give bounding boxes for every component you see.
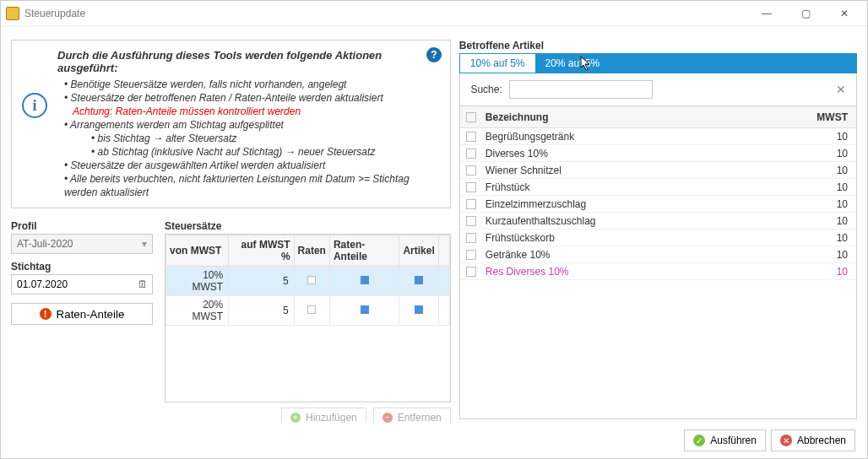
article-row[interactable]: Begrüßungsgetränk10 [460, 128, 856, 145]
plus-icon: + [290, 413, 301, 423]
cell-raten[interactable] [294, 267, 329, 296]
close-button[interactable]: ✕ [825, 1, 864, 26]
remove-label: Entfernen [398, 412, 442, 423]
article-mwst: 10 [809, 181, 856, 193]
tax-row[interactable]: 20% MWST5 [166, 296, 450, 326]
article-name: Frühstückskorb [482, 232, 809, 244]
col-raten-anteile[interactable]: Raten-Anteile [329, 235, 399, 267]
remove-button[interactable]: − Entfernen [373, 408, 451, 423]
cell-auf-mwst[interactable]: 5 [229, 267, 294, 296]
window-title: Steuerupdate [24, 8, 747, 19]
help-icon[interactable]: ? [426, 47, 442, 62]
intro-bullet: Alle bereits verbuchten, nicht fakturier… [64, 172, 438, 199]
col-bezeichnung[interactable]: Bezeichnung [482, 111, 809, 123]
maximize-button[interactable]: ▢ [786, 1, 825, 26]
profil-value: AT-Juli-2020 [17, 238, 73, 250]
article-mwst: 10 [809, 215, 856, 227]
raten-anteile-button[interactable]: ! Raten-Anteile [11, 303, 153, 325]
article-name: Kurzaufenthaltszuschlag [482, 215, 809, 227]
minus-icon: − [382, 413, 393, 423]
cancel-button[interactable]: ✕ Abbrechen [771, 429, 855, 451]
article-mwst: 10 [809, 131, 856, 143]
article-name: Diverses 10% [482, 148, 809, 159]
execute-button[interactable]: ✓ Ausführen [684, 429, 766, 451]
intro-bullet: Steuersätze der betroffenen Raten / Rate… [64, 91, 438, 105]
article-name: Frühstück [482, 181, 809, 193]
article-mwst: 10 [809, 266, 856, 278]
article-mwst: 10 [809, 249, 856, 261]
search-label: Suche: [464, 84, 502, 95]
profil-label: Profil [11, 220, 153, 232]
col-mwst[interactable]: MWST [809, 111, 856, 123]
article-mwst: 10 [809, 148, 856, 159]
cell-von-mwst: 10% MWST [166, 267, 229, 296]
execute-label: Ausführen [710, 435, 757, 446]
search-input[interactable] [509, 80, 653, 99]
intro-sub-bullet: bis Stichtag → alter Steuersatz [91, 132, 438, 145]
article-name: Begrüßungsgetränk [482, 131, 809, 143]
intro-bullet: Steuersätze der ausgewählten Artikel wer… [64, 159, 438, 172]
article-checkbox[interactable] [466, 267, 476, 277]
intro-warning: Achtung: Raten-Anteile müssen kontrollie… [73, 105, 438, 118]
article-row[interactable]: Getränke 10%10 [460, 246, 856, 263]
cell-raten-anteile[interactable] [329, 296, 399, 326]
article-checkbox[interactable] [466, 250, 476, 260]
intro-panel: i ? Durch die Ausführung dieses Tools we… [11, 40, 451, 208]
intro-heading: Durch die Ausführung dieses Tools werden… [57, 49, 438, 74]
article-row[interactable]: Frühstück10 [460, 179, 856, 196]
calendar-icon[interactable]: 🗓 [134, 276, 151, 293]
cancel-icon: ✕ [780, 435, 792, 446]
article-row[interactable]: Kurzaufenthaltszuschlag10 [460, 213, 856, 230]
add-button[interactable]: + Hinzufügen [281, 408, 366, 423]
article-name: Wiener Schnitzel [482, 165, 809, 176]
article-row[interactable]: Wiener Schnitzel10 [460, 162, 856, 179]
cell-raten-anteile[interactable] [329, 267, 399, 296]
article-row[interactable]: Einzelzimmerzuschlag10 [460, 196, 856, 213]
tab-10-auf-5[interactable]: 10% auf 5% [460, 54, 535, 73]
stichtag-label: Stichtag [11, 261, 153, 273]
article-checkbox[interactable] [466, 216, 476, 226]
article-checkbox[interactable] [466, 182, 476, 192]
chevron-down-icon: ▾ [142, 238, 147, 250]
article-checkbox[interactable] [466, 199, 476, 209]
intro-bullet: Benötige Steuersätze werden, falls nicht… [64, 78, 438, 91]
profil-select[interactable]: AT-Juli-2020 ▾ [11, 234, 153, 254]
intro-bullet: Arrangements werden am Stichtag aufgespl… [64, 118, 438, 132]
article-row[interactable]: Frühstückskorb10 [460, 230, 856, 246]
article-mwst: 10 [809, 232, 856, 244]
cell-artikel[interactable] [399, 296, 438, 326]
cell-auf-mwst[interactable]: 5 [229, 296, 294, 326]
article-grid[interactable]: Bezeichnung MWST Begrüßungsgetränk10Dive… [459, 106, 857, 419]
article-checkbox[interactable] [466, 148, 476, 159]
select-all-checkbox[interactable] [466, 112, 476, 122]
cancel-label: Abbrechen [797, 435, 846, 446]
article-row[interactable]: Diverses 10%10 [460, 145, 856, 162]
intro-sub-bullet: ab Stichtag (inklusive Nacht auf Stichta… [91, 145, 438, 159]
article-row[interactable]: Res Diverses 10%10 [460, 263, 856, 280]
stichtag-input[interactable] [11, 274, 153, 294]
cell-artikel[interactable] [399, 267, 438, 296]
article-mwst: 10 [809, 165, 856, 176]
article-name: Getränke 10% [482, 249, 809, 261]
article-tabs: 10% auf 5% 20% auf 5% [459, 53, 857, 73]
article-mwst: 10 [809, 198, 856, 210]
col-raten[interactable]: Raten [294, 235, 329, 267]
minimize-button[interactable]: — [747, 1, 786, 26]
tab-20-auf-5[interactable]: 20% auf 5% [535, 54, 856, 73]
article-checkbox[interactable] [466, 132, 476, 142]
article-checkbox[interactable] [466, 233, 476, 243]
article-name: Res Diverses 10% [482, 266, 809, 278]
col-von-mwst[interactable]: von MWST [166, 235, 229, 267]
article-name: Einzelzimmerzuschlag [482, 198, 809, 210]
article-checkbox[interactable] [466, 165, 476, 176]
col-auf-mwst[interactable]: auf MWST % [229, 235, 294, 267]
raten-anteile-label: Raten-Anteile [57, 308, 125, 321]
app-icon [6, 7, 19, 20]
info-icon: i [22, 93, 47, 118]
tax-grid[interactable]: von MWST auf MWST % Raten Raten-Anteile … [165, 234, 451, 402]
add-label: Hinzufügen [306, 412, 357, 423]
clear-search-icon[interactable]: ✕ [836, 83, 846, 96]
tax-row[interactable]: 10% MWST5 [166, 267, 450, 296]
col-artikel[interactable]: Artikel [399, 235, 438, 267]
cell-raten[interactable] [294, 296, 329, 326]
